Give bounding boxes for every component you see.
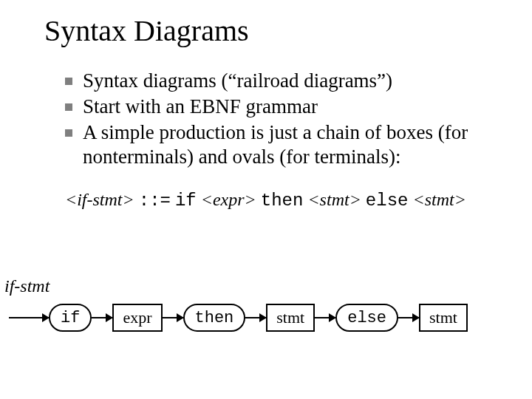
bullet-item: Start with an EBNF grammar bbox=[65, 95, 495, 119]
slide: Syntax Diagrams Syntax diagrams (“railro… bbox=[0, 0, 532, 211]
bullet-text: A simple production is just a chain of b… bbox=[83, 121, 468, 168]
ebnf-lhs: <if-stmt> bbox=[65, 190, 134, 209]
arrow-icon bbox=[42, 313, 50, 322]
rail-segment bbox=[398, 317, 419, 318]
bullet-list: Syntax diagrams (“railroad diagrams”) St… bbox=[44, 69, 495, 169]
rail-segment bbox=[92, 317, 112, 318]
ebnf-op: ::= bbox=[139, 191, 171, 211]
terminal-node: if bbox=[49, 304, 92, 332]
bullet-text: Syntax diagrams (“railroad diagrams”) bbox=[83, 69, 392, 92]
arrow-icon bbox=[412, 313, 420, 322]
nonterminal-node: stmt bbox=[419, 304, 468, 332]
ebnf-terminal: if bbox=[175, 191, 197, 211]
rail-segment bbox=[315, 317, 335, 318]
slide-title: Syntax Diagrams bbox=[44, 13, 495, 48]
rail-segment bbox=[9, 317, 49, 318]
terminal-node: else bbox=[335, 304, 398, 332]
arrow-icon bbox=[329, 313, 336, 322]
bullet-text: Start with an EBNF grammar bbox=[83, 95, 318, 117]
nonterminal-node: stmt bbox=[266, 304, 315, 332]
ebnf-terminal: then bbox=[261, 191, 304, 211]
square-bullet-icon bbox=[65, 103, 72, 111]
arrow-icon bbox=[106, 313, 113, 322]
rail-segment bbox=[163, 317, 183, 318]
ebnf-nonterminal: <expr> bbox=[201, 190, 256, 209]
ebnf-production: <if-stmt> ::= if <expr> then <stmt> else… bbox=[44, 190, 495, 211]
arrow-icon bbox=[177, 313, 184, 322]
rail-segment bbox=[245, 317, 266, 318]
diagram-label: if-stmt bbox=[4, 276, 50, 296]
square-bullet-icon bbox=[65, 78, 72, 85]
terminal-node: then bbox=[183, 304, 246, 332]
ebnf-terminal: else bbox=[366, 191, 409, 211]
diagram-rail: if expr then stmt else stmt bbox=[9, 303, 468, 332]
arrow-icon bbox=[259, 313, 267, 322]
ebnf-nonterminal: <stmt> bbox=[307, 190, 361, 209]
ebnf-nonterminal: <stmt> bbox=[412, 190, 466, 209]
square-bullet-icon bbox=[65, 129, 72, 137]
nonterminal-node: expr bbox=[112, 304, 162, 332]
bullet-item: Syntax diagrams (“railroad diagrams”) bbox=[65, 69, 495, 93]
bullet-item: A simple production is just a chain of b… bbox=[65, 120, 495, 169]
